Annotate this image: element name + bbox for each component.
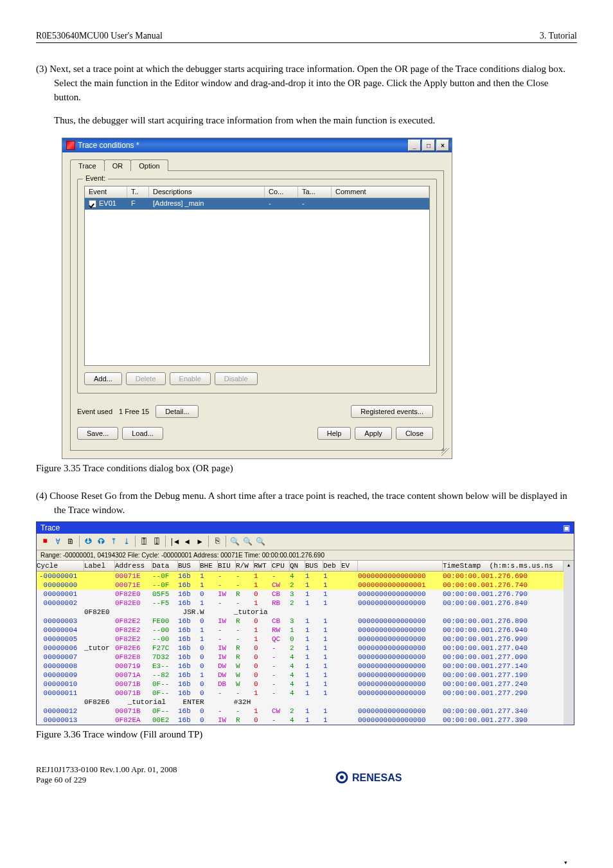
- h-qn[interactable]: QN: [290, 561, 305, 571]
- tab-strip: Trace OR Option: [70, 159, 444, 170]
- detail-button[interactable]: Detail...: [155, 405, 199, 418]
- tb-icon-filter[interactable]: ∀: [52, 536, 64, 547]
- tb-icon-popup[interactable]: ⎘: [211, 536, 223, 547]
- trace-toolbar: ■ ∀ 🗎 ⮋ ⮉ ⤒ ⤓ ⍐ ⍗ |◀ ◀ ▶ ⎘ 🔍 🔍 🔍: [37, 534, 574, 550]
- dialog-title: Trace conditions *: [78, 141, 408, 150]
- tb-icon-find-bot[interactable]: ⍗: [151, 536, 163, 547]
- registered-events-button[interactable]: Registered events...: [351, 405, 433, 418]
- h-data[interactable]: Data: [152, 561, 178, 571]
- trace-window-title: Trace: [40, 523, 60, 532]
- trace-window-pin-icon[interactable]: ▣: [563, 523, 570, 532]
- dialog-titlebar[interactable]: Trace conditions * _ □ ×: [62, 138, 452, 152]
- trace-row[interactable]: 0F82E0 JSR.W _tutoria: [37, 608, 564, 617]
- renesas-logo: RENESAS: [216, 770, 538, 785]
- close-button[interactable]: Close: [396, 427, 433, 440]
- event-row-ev01[interactable]: EV01 F [Address] _main - -: [85, 198, 429, 210]
- tb-icon-zoom-2[interactable]: 🔍: [242, 536, 253, 547]
- h-cycle[interactable]: Cycle: [37, 561, 84, 571]
- trace-row[interactable]: 0000001000071B0F--16b0DBW0-4110000000000…: [37, 680, 564, 689]
- col-descriptions[interactable]: Descriptions: [149, 186, 265, 198]
- trace-range-text: Range: -00000001, 04194302 File: Cycle: …: [37, 550, 574, 561]
- h-blank[interactable]: [358, 561, 443, 571]
- col-event[interactable]: Event: [85, 186, 127, 198]
- h-bus[interactable]: BUS: [178, 561, 200, 571]
- trace-row[interactable]: 0000001100071B0F--16b0--1-41100000000000…: [37, 689, 564, 698]
- h-bhe[interactable]: BHE: [200, 561, 218, 571]
- col-t[interactable]: T..: [127, 186, 149, 198]
- tab-trace[interactable]: Trace: [70, 159, 105, 171]
- enable-button[interactable]: Enable: [170, 372, 211, 385]
- tb-icon-zoom-1[interactable]: 🔍: [229, 536, 240, 547]
- help-button[interactable]: Help: [317, 427, 351, 440]
- trace-window: Trace ▣ ■ ∀ 🗎 ⮋ ⮉ ⤒ ⤓ ⍐ ⍗ |◀ ◀ ▶ ⎘ 🔍 🔍 🔍: [36, 521, 574, 725]
- event-comment: [332, 198, 429, 210]
- tb-icon-top[interactable]: ⤒: [108, 536, 120, 547]
- close-dialog-button[interactable]: ×: [436, 140, 449, 151]
- h-deb[interactable]: Deb: [323, 561, 341, 571]
- header-left: R0E530640MCU00 User's Manual: [36, 31, 163, 41]
- tb-icon-bottom[interactable]: ⤓: [121, 536, 132, 547]
- tb-icon-step-back[interactable]: ◀: [181, 536, 193, 547]
- trace-row[interactable]: 00000006_tutor0F82E6F27C16b0IWR0-2110000…: [37, 644, 564, 653]
- trace-row[interactable]: 000000030F82E2FE0016b0IWR0CB311000000000…: [37, 617, 564, 626]
- h-rwt[interactable]: RWT: [254, 561, 272, 571]
- footer-line2: Page 60 of 229: [36, 775, 216, 785]
- trace-grid[interactable]: Cycle Label Address Data BUS BHE BIU R/W…: [37, 561, 564, 725]
- resize-grip[interactable]: [441, 448, 450, 457]
- h-biu[interactable]: BIU: [218, 561, 236, 571]
- h-ev[interactable]: EV: [341, 561, 358, 571]
- h-rw[interactable]: R/W: [236, 561, 254, 571]
- event-checkbox[interactable]: [89, 200, 96, 208]
- tb-icon-find-top[interactable]: ⍐: [138, 536, 150, 547]
- trace-row[interactable]: 0000000000071E--0F16b1--1CW2110000000000…: [37, 581, 564, 590]
- para-3: (3) Next, set a trace point at which the…: [36, 62, 577, 104]
- trace-row[interactable]: 0F82E6 _tutorial ENTER #32H: [37, 698, 564, 707]
- col-co[interactable]: Co...: [265, 186, 298, 198]
- event-ta: -: [298, 198, 332, 210]
- tb-icon-up[interactable]: ⮉: [95, 536, 107, 547]
- apply-button[interactable]: Apply: [355, 427, 392, 440]
- dialog-icon: [66, 141, 75, 150]
- h-address[interactable]: Address: [115, 561, 152, 571]
- h-bus2[interactable]: BUS: [305, 561, 323, 571]
- col-ta[interactable]: Ta...: [298, 186, 332, 198]
- h-label[interactable]: Label: [84, 561, 115, 571]
- disable-button[interactable]: Disable: [215, 372, 258, 385]
- tb-icon-down[interactable]: ⮋: [82, 536, 94, 547]
- trace-row[interactable]: 00000008000719E3--16b0DWW0-4110000000000…: [37, 662, 564, 671]
- tb-icon-stop[interactable]: ■: [39, 536, 51, 547]
- tab-or[interactable]: OR: [104, 159, 132, 171]
- load-button[interactable]: Load...: [122, 427, 163, 440]
- tb-icon-step-first[interactable]: |◀: [168, 536, 180, 547]
- trace-row[interactable]: 000000040F82E2--0016b1--1RW1110000000000…: [37, 626, 564, 635]
- trace-row[interactable]: 000000070F82E87D3216b0IWR0-4110000000000…: [37, 653, 564, 662]
- header-rule: [36, 42, 577, 43]
- delete-button[interactable]: Delete: [126, 372, 166, 385]
- event-group-legend: Event:: [83, 174, 108, 182]
- tab-option[interactable]: Option: [130, 159, 168, 171]
- svg-point-1: [340, 775, 344, 779]
- trace-row[interactable]: 0000000900071A--8216b1DWW0-4110000000000…: [37, 671, 564, 680]
- tb-icon-doc[interactable]: 🗎: [65, 536, 76, 547]
- trace-row[interactable]: -0000000100071E--0F16b1--1-4110000000000…: [37, 572, 564, 581]
- trace-row[interactable]: 000000010F82E005F516b0IWR0CB311000000000…: [37, 590, 564, 599]
- minimize-button[interactable]: _: [408, 140, 421, 151]
- add-button[interactable]: Add...: [84, 372, 122, 385]
- trace-row[interactable]: 000000020F82E0--F516b1--1RB2110000000000…: [37, 599, 564, 608]
- trace-head: Cycle Label Address Data BUS BHE BIU R/W…: [37, 561, 564, 572]
- h-cpu[interactable]: CPU: [272, 561, 290, 571]
- tb-icon-step-fwd[interactable]: ▶: [194, 536, 206, 547]
- trace-row[interactable]: 000000130F82EA00E216b0IWR0-4110000000000…: [37, 716, 564, 725]
- col-comment[interactable]: Comment: [332, 186, 429, 198]
- save-button[interactable]: Save...: [77, 427, 118, 440]
- maximize-button[interactable]: □: [422, 140, 435, 151]
- tb-icon-zoom-3[interactable]: 🔍: [254, 536, 266, 547]
- event-listview[interactable]: Event T.. Descriptions Co... Ta... Comme…: [84, 186, 430, 366]
- trace-row[interactable]: 000000050F82E2--0016b1--1QC0110000000000…: [37, 635, 564, 644]
- svg-text:RENESAS: RENESAS: [352, 772, 402, 783]
- footer-line1: REJ10J1733-0100 Rev.1.00 Apr. 01, 2008: [36, 764, 216, 775]
- trace-row[interactable]: 0000001200071B0F--16b0--1CW2110000000000…: [37, 707, 564, 716]
- header-right: 3. Tutorial: [540, 31, 577, 41]
- trace-vscrollbar[interactable]: ▴ ▾: [564, 561, 574, 725]
- h-timestamp[interactable]: TimeStamp (h:m:s.ms.us.ns: [443, 561, 564, 571]
